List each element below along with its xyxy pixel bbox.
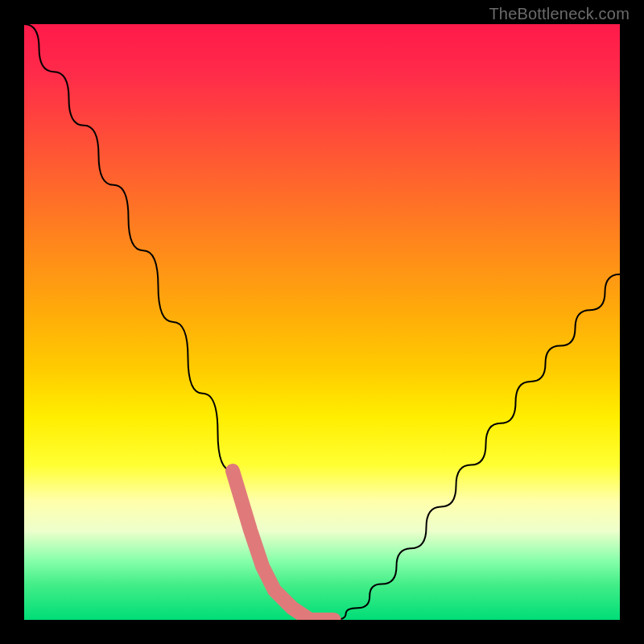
bottleneck-curve-path [24, 24, 620, 620]
watermark-text: TheBottleneck.com [489, 5, 630, 23]
chart-plot-area [24, 24, 620, 620]
bottleneck-curve-svg [24, 24, 620, 620]
highlight-band [233, 471, 334, 620]
